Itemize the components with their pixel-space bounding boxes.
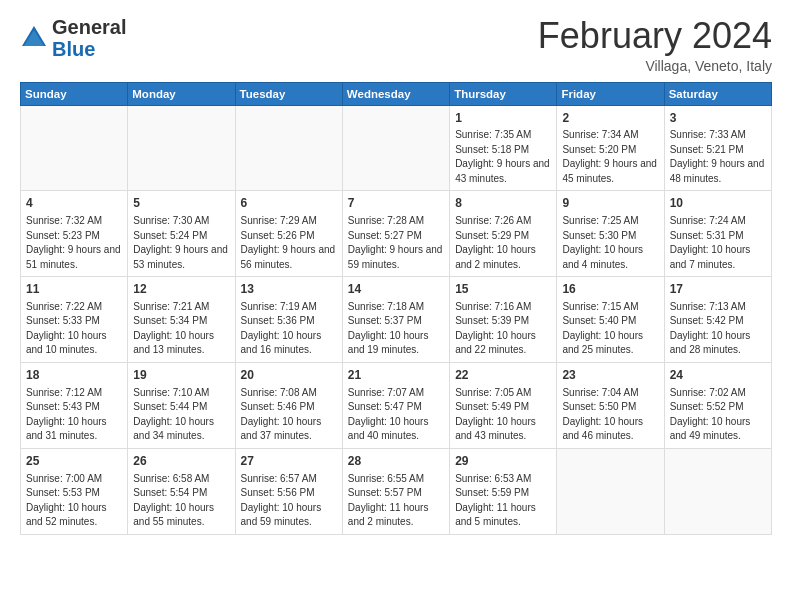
calendar-cell: 11Sunrise: 7:22 AMSunset: 5:33 PMDayligh…: [21, 277, 128, 363]
sunrise-text: Sunrise: 6:55 AM: [348, 473, 424, 484]
sunset-text: Sunset: 5:36 PM: [241, 315, 315, 326]
sunset-text: Sunset: 5:56 PM: [241, 487, 315, 498]
col-header-friday: Friday: [557, 82, 664, 105]
sunset-text: Sunset: 5:27 PM: [348, 230, 422, 241]
sunrise-text: Sunrise: 7:35 AM: [455, 129, 531, 140]
sunset-text: Sunset: 5:37 PM: [348, 315, 422, 326]
calendar-cell: 5Sunrise: 7:30 AMSunset: 5:24 PMDaylight…: [128, 191, 235, 277]
calendar-title: February 2024: [538, 16, 772, 56]
cell-info: Sunrise: 7:04 AMSunset: 5:50 PMDaylight:…: [562, 386, 658, 444]
logo-icon: [20, 24, 48, 52]
sunrise-text: Sunrise: 7:32 AM: [26, 215, 102, 226]
cell-date: 9: [562, 195, 658, 212]
logo-general: General: [52, 16, 126, 38]
cell-info: Sunrise: 7:02 AMSunset: 5:52 PMDaylight:…: [670, 386, 766, 444]
week-row-2: 11Sunrise: 7:22 AMSunset: 5:33 PMDayligh…: [21, 277, 772, 363]
logo-text: General Blue: [52, 16, 126, 60]
cell-info: Sunrise: 6:57 AMSunset: 5:56 PMDaylight:…: [241, 472, 337, 530]
sunset-text: Sunset: 5:34 PM: [133, 315, 207, 326]
calendar-cell: 26Sunrise: 6:58 AMSunset: 5:54 PMDayligh…: [128, 448, 235, 534]
sunrise-text: Sunrise: 7:07 AM: [348, 387, 424, 398]
sunset-text: Sunset: 5:40 PM: [562, 315, 636, 326]
daylight-text: Daylight: 9 hours and 51 minutes.: [26, 244, 121, 270]
daylight-text: Daylight: 10 hours and 13 minutes.: [133, 330, 214, 356]
cell-date: 19: [133, 367, 229, 384]
cell-info: Sunrise: 7:34 AMSunset: 5:20 PMDaylight:…: [562, 128, 658, 186]
sunset-text: Sunset: 5:39 PM: [455, 315, 529, 326]
header: General Blue February 2024 Villaga, Vene…: [20, 16, 772, 74]
daylight-text: Daylight: 10 hours and 7 minutes.: [670, 244, 751, 270]
daylight-text: Daylight: 10 hours and 31 minutes.: [26, 416, 107, 442]
sunset-text: Sunset: 5:47 PM: [348, 401, 422, 412]
calendar-cell: 10Sunrise: 7:24 AMSunset: 5:31 PMDayligh…: [664, 191, 771, 277]
calendar-cell: 19Sunrise: 7:10 AMSunset: 5:44 PMDayligh…: [128, 362, 235, 448]
sunrise-text: Sunrise: 7:04 AM: [562, 387, 638, 398]
sunrise-text: Sunrise: 7:26 AM: [455, 215, 531, 226]
cell-date: 12: [133, 281, 229, 298]
cell-info: Sunrise: 7:35 AMSunset: 5:18 PMDaylight:…: [455, 128, 551, 186]
sunset-text: Sunset: 5:50 PM: [562, 401, 636, 412]
col-header-tuesday: Tuesday: [235, 82, 342, 105]
sunrise-text: Sunrise: 7:22 AM: [26, 301, 102, 312]
cell-info: Sunrise: 7:25 AMSunset: 5:30 PMDaylight:…: [562, 214, 658, 272]
daylight-text: Daylight: 10 hours and 34 minutes.: [133, 416, 214, 442]
page: General Blue February 2024 Villaga, Vene…: [0, 0, 792, 612]
daylight-text: Daylight: 10 hours and 4 minutes.: [562, 244, 643, 270]
sunrise-text: Sunrise: 7:25 AM: [562, 215, 638, 226]
calendar-cell: 29Sunrise: 6:53 AMSunset: 5:59 PMDayligh…: [450, 448, 557, 534]
cell-date: 10: [670, 195, 766, 212]
sunrise-text: Sunrise: 7:19 AM: [241, 301, 317, 312]
sunrise-text: Sunrise: 7:05 AM: [455, 387, 531, 398]
sunset-text: Sunset: 5:23 PM: [26, 230, 100, 241]
calendar-cell: 4Sunrise: 7:32 AMSunset: 5:23 PMDaylight…: [21, 191, 128, 277]
sunrise-text: Sunrise: 7:24 AM: [670, 215, 746, 226]
cell-date: 8: [455, 195, 551, 212]
calendar-cell: 28Sunrise: 6:55 AMSunset: 5:57 PMDayligh…: [342, 448, 449, 534]
calendar-cell: 1Sunrise: 7:35 AMSunset: 5:18 PMDaylight…: [450, 105, 557, 191]
calendar-cell: [557, 448, 664, 534]
calendar-cell: 23Sunrise: 7:04 AMSunset: 5:50 PMDayligh…: [557, 362, 664, 448]
cell-date: 14: [348, 281, 444, 298]
calendar-cell: 15Sunrise: 7:16 AMSunset: 5:39 PMDayligh…: [450, 277, 557, 363]
sunset-text: Sunset: 5:43 PM: [26, 401, 100, 412]
calendar-cell: 6Sunrise: 7:29 AMSunset: 5:26 PMDaylight…: [235, 191, 342, 277]
daylight-text: Daylight: 10 hours and 10 minutes.: [26, 330, 107, 356]
sunrise-text: Sunrise: 7:00 AM: [26, 473, 102, 484]
cell-info: Sunrise: 7:07 AMSunset: 5:47 PMDaylight:…: [348, 386, 444, 444]
header-row: SundayMondayTuesdayWednesdayThursdayFrid…: [21, 82, 772, 105]
cell-date: 4: [26, 195, 122, 212]
daylight-text: Daylight: 10 hours and 49 minutes.: [670, 416, 751, 442]
cell-date: 11: [26, 281, 122, 298]
col-header-monday: Monday: [128, 82, 235, 105]
cell-info: Sunrise: 7:18 AMSunset: 5:37 PMDaylight:…: [348, 300, 444, 358]
daylight-text: Daylight: 11 hours and 2 minutes.: [348, 502, 429, 528]
sunset-text: Sunset: 5:49 PM: [455, 401, 529, 412]
sunset-text: Sunset: 5:20 PM: [562, 144, 636, 155]
sunrise-text: Sunrise: 6:53 AM: [455, 473, 531, 484]
calendar-cell: [128, 105, 235, 191]
sunrise-text: Sunrise: 7:08 AM: [241, 387, 317, 398]
logo: General Blue: [20, 16, 126, 60]
cell-date: 3: [670, 110, 766, 127]
calendar-cell: 24Sunrise: 7:02 AMSunset: 5:52 PMDayligh…: [664, 362, 771, 448]
cell-date: 27: [241, 453, 337, 470]
daylight-text: Daylight: 10 hours and 52 minutes.: [26, 502, 107, 528]
sunrise-text: Sunrise: 6:58 AM: [133, 473, 209, 484]
daylight-text: Daylight: 10 hours and 55 minutes.: [133, 502, 214, 528]
cell-info: Sunrise: 7:26 AMSunset: 5:29 PMDaylight:…: [455, 214, 551, 272]
cell-info: Sunrise: 6:55 AMSunset: 5:57 PMDaylight:…: [348, 472, 444, 530]
cell-info: Sunrise: 7:30 AMSunset: 5:24 PMDaylight:…: [133, 214, 229, 272]
calendar-cell: 3Sunrise: 7:33 AMSunset: 5:21 PMDaylight…: [664, 105, 771, 191]
cell-info: Sunrise: 6:53 AMSunset: 5:59 PMDaylight:…: [455, 472, 551, 530]
sunset-text: Sunset: 5:21 PM: [670, 144, 744, 155]
cell-date: 5: [133, 195, 229, 212]
daylight-text: Daylight: 10 hours and 16 minutes.: [241, 330, 322, 356]
cell-date: 1: [455, 110, 551, 127]
calendar-table: SundayMondayTuesdayWednesdayThursdayFrid…: [20, 82, 772, 535]
calendar-cell: 20Sunrise: 7:08 AMSunset: 5:46 PMDayligh…: [235, 362, 342, 448]
cell-date: 26: [133, 453, 229, 470]
daylight-text: Daylight: 9 hours and 43 minutes.: [455, 158, 550, 184]
daylight-text: Daylight: 10 hours and 2 minutes.: [455, 244, 536, 270]
sunset-text: Sunset: 5:52 PM: [670, 401, 744, 412]
sunset-text: Sunset: 5:53 PM: [26, 487, 100, 498]
